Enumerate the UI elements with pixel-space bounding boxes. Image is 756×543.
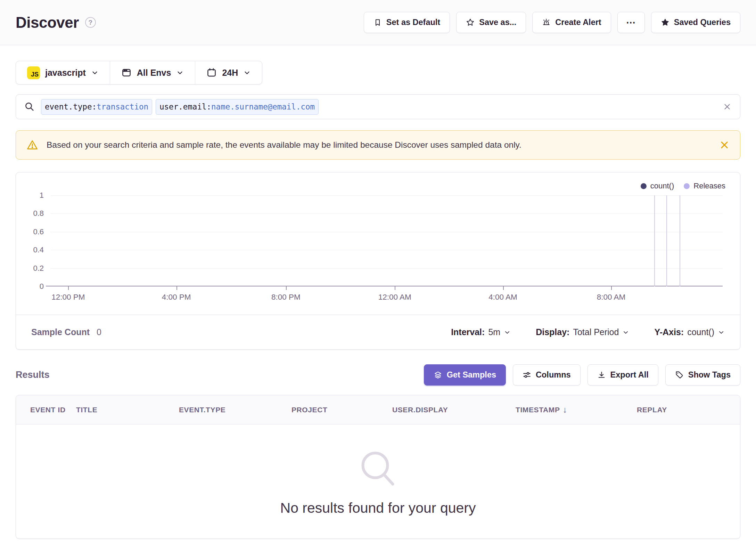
y-axis-tick-label: 0.8	[33, 209, 44, 218]
x-axis-tick	[611, 286, 612, 290]
legend-item-count[interactable]: count()	[641, 181, 674, 191]
warning-triangle-icon	[26, 139, 38, 151]
columns-label: Columns	[536, 370, 571, 380]
saved-queries-button[interactable]: Saved Queries	[651, 12, 740, 33]
main-content: JS javascript All Envs 24H	[0, 45, 756, 539]
x-axis-tick	[503, 286, 504, 290]
save-as-button[interactable]: Save as...	[456, 12, 526, 33]
y-axis-tick-label: 1	[40, 191, 44, 200]
column-header-label: USER.DISPLAY	[392, 406, 448, 414]
display-label: Display:	[536, 327, 569, 337]
y-axis-tick-label: 0.6	[33, 227, 44, 236]
date-range-label: 24H	[222, 68, 238, 78]
export-all-label: Export All	[610, 370, 649, 380]
search-token-user-email[interactable]: user.email:name.surname@email.com	[156, 99, 319, 115]
display-value: Total Period	[573, 327, 619, 337]
column-header-event-type[interactable]: EVENT.TYPE	[179, 406, 291, 414]
x-axis-tick-label: 4:00 PM	[162, 293, 191, 302]
column-header-event-id[interactable]: EVENT ID	[16, 406, 76, 414]
ellipsis-icon: ⋯	[626, 17, 636, 28]
empty-state-text: No results found for your query	[280, 500, 476, 516]
x-axis-tick-label: 8:00 AM	[597, 293, 626, 302]
chart-footer: Sample Count 0 Interval: 5m Display: Tot…	[16, 315, 740, 349]
results-table: EVENT IDTITLEEVENT.TYPEPROJECTUSER.DISPL…	[16, 395, 740, 539]
star-outline-icon	[466, 18, 475, 27]
gridline	[51, 213, 723, 214]
table-header-row: EVENT IDTITLEEVENT.TYPEPROJECTUSER.DISPL…	[16, 395, 740, 424]
more-options-button[interactable]: ⋯	[617, 12, 645, 33]
show-tags-button[interactable]: Show Tags	[665, 364, 740, 386]
set-as-default-button[interactable]: Set as Default	[364, 12, 450, 33]
sample-count-value: 0	[97, 327, 101, 337]
search-icon	[24, 102, 35, 112]
create-alert-label: Create Alert	[555, 18, 601, 27]
star-filled-icon	[661, 18, 669, 27]
x-axis-tick-label: 4:00 AM	[488, 293, 517, 302]
column-header-timestamp[interactable]: TIMESTAMP↓	[516, 405, 637, 415]
legend-dot	[684, 183, 690, 189]
window-icon	[121, 67, 132, 78]
column-header-label: TIMESTAMP	[516, 406, 560, 414]
results-title: Results	[16, 370, 50, 380]
siren-icon	[542, 18, 551, 27]
get-samples-label: Get Samples	[447, 370, 496, 380]
chevron-down-icon	[243, 69, 251, 76]
interval-dropdown[interactable]: Interval: 5m	[451, 327, 511, 337]
chart-y-axis: 00.20.40.60.81	[16, 195, 44, 286]
empty-search-icon	[356, 447, 400, 491]
sort-direction-icon: ↓	[563, 405, 567, 415]
chart-x-axis: 12:00 PM4:00 PM8:00 PM12:00 AM4:00 AM8:0…	[51, 293, 723, 303]
javascript-platform-icon: JS	[27, 66, 40, 79]
sampled-data-warning-banner: Based on your search criteria and sample…	[16, 130, 740, 160]
get-samples-button[interactable]: Get Samples	[424, 364, 506, 386]
results-actions: Get Samples Columns Export All Show Tags	[424, 364, 740, 386]
column-header-title[interactable]: TITLE	[76, 406, 179, 414]
date-range-selector[interactable]: 24H	[195, 61, 262, 84]
column-header-project[interactable]: PROJECT	[291, 406, 392, 414]
token-key: event.type:	[45, 102, 97, 111]
project-selector[interactable]: JS javascript	[16, 61, 110, 84]
search-input[interactable]: event.type:transaction user.email:name.s…	[16, 94, 740, 119]
interval-value: 5m	[488, 327, 500, 337]
page-filter-bar: JS javascript All Envs 24H	[16, 61, 262, 84]
column-header-label: TITLE	[76, 406, 97, 414]
release-marker-line[interactable]	[666, 195, 667, 286]
token-value: transaction	[97, 102, 148, 111]
download-icon	[597, 371, 606, 379]
token-value: name.surname@email.com	[211, 102, 315, 111]
legend-item-releases[interactable]: Releases	[684, 181, 725, 191]
column-header-label: REPLAY	[637, 406, 667, 414]
release-marker-line[interactable]	[654, 195, 655, 286]
x-axis-line	[46, 286, 723, 286]
environment-selector[interactable]: All Envs	[110, 61, 195, 84]
chevron-down-icon	[176, 69, 184, 76]
export-all-button[interactable]: Export All	[587, 364, 658, 386]
chevron-down-icon	[718, 329, 725, 336]
gridline	[51, 268, 723, 269]
y-axis-dropdown[interactable]: Y-Axis: count()	[654, 327, 725, 337]
layers-icon	[434, 371, 442, 379]
help-icon[interactable]: ?	[85, 17, 96, 28]
y-axis-tick-label: 0.2	[33, 264, 44, 273]
token-key: user.email:	[159, 102, 211, 111]
search-token-event-type[interactable]: event.type:transaction	[41, 99, 152, 115]
column-header-label: PROJECT	[291, 406, 327, 414]
y-axis-tick-label: 0.4	[33, 245, 44, 254]
dismiss-banner-icon[interactable]	[719, 140, 730, 150]
create-alert-button[interactable]: Create Alert	[532, 12, 611, 33]
tag-icon	[675, 371, 684, 379]
column-header-user-display[interactable]: USER.DISPLAY	[392, 406, 516, 414]
display-dropdown[interactable]: Display: Total Period	[536, 327, 629, 337]
release-marker-line[interactable]	[680, 195, 680, 286]
environment-selector-label: All Envs	[137, 68, 171, 78]
columns-button[interactable]: Columns	[513, 364, 581, 386]
chart-legend: count()Releases	[641, 181, 725, 191]
calendar-icon	[206, 67, 217, 78]
y-axis-tick-label: 0	[40, 282, 44, 291]
results-header-row: Results Get Samples Columns Export All	[16, 364, 740, 386]
gridline	[51, 232, 723, 232]
x-axis-tick	[176, 286, 177, 290]
column-header-replay[interactable]: REPLAY	[637, 406, 740, 414]
clear-search-icon[interactable]	[723, 102, 732, 111]
column-header-label: EVENT.TYPE	[179, 406, 225, 414]
